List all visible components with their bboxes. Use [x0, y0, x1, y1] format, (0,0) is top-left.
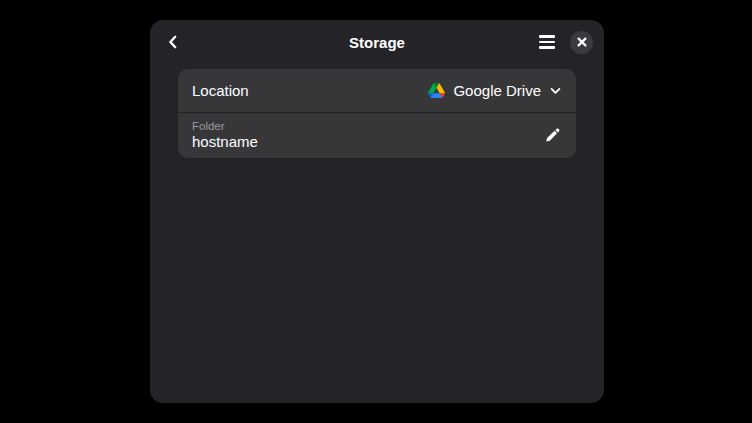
- folder-entry-row[interactable]: Folder hostname: [178, 112, 576, 158]
- chevron-left-icon: [165, 34, 181, 50]
- folder-label: Folder: [192, 119, 258, 133]
- location-dropdown-row[interactable]: Location: [178, 69, 576, 112]
- edit-pencil-icon: [544, 128, 560, 144]
- storage-dialog: Storage Location: [150, 20, 604, 403]
- location-label: Location: [192, 82, 249, 99]
- hamburger-menu-icon: [539, 35, 555, 48]
- edit-folder-button[interactable]: [538, 122, 566, 150]
- folder-value[interactable]: hostname: [192, 133, 258, 152]
- menu-button[interactable]: [532, 27, 562, 57]
- dialog-content: Location: [150, 64, 604, 158]
- screen-background: Storage Location: [0, 0, 752, 423]
- back-button[interactable]: [158, 27, 188, 57]
- location-selected-value: Google Drive: [428, 82, 562, 99]
- dialog-header: Storage: [150, 20, 604, 64]
- storage-settings-list: Location: [178, 69, 576, 158]
- chevron-down-icon: [549, 84, 562, 97]
- close-icon: [577, 37, 587, 47]
- location-value-text: Google Drive: [453, 82, 541, 99]
- close-button[interactable]: [570, 31, 593, 54]
- folder-entry: Folder hostname: [192, 119, 258, 152]
- google-drive-icon: [428, 83, 445, 98]
